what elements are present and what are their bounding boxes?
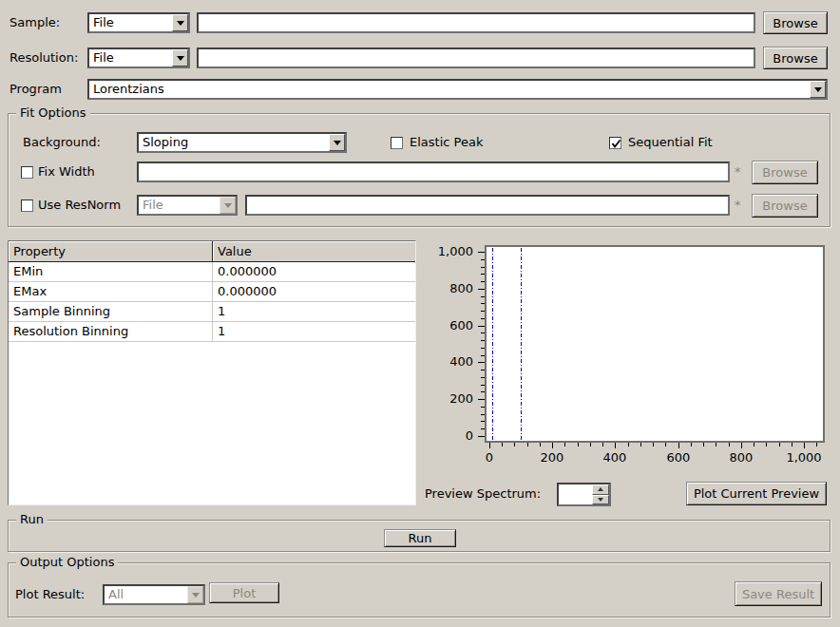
chevron-down-icon — [177, 56, 184, 61]
table-cell-value[interactable]: 1 — [213, 302, 415, 322]
x-tick-label: 600 — [647, 450, 710, 466]
preview-spectrum-input[interactable] — [559, 484, 592, 504]
background-combo[interactable]: Sloping — [137, 132, 347, 153]
chevron-down-icon — [814, 87, 822, 92]
plot-result-dropdown-button — [187, 586, 203, 603]
save-result-button: Save Result — [735, 581, 822, 606]
plot-canvas — [485, 245, 825, 443]
resnorm-source-dropdown-button — [220, 197, 236, 214]
chevron-down-icon — [224, 203, 232, 208]
y-tick-label: 0 — [420, 428, 473, 444]
plot-button: Plot — [209, 582, 279, 603]
resolution-source-value: File — [93, 51, 114, 65]
elastic-peak-label: Elastic Peak — [410, 135, 483, 150]
sequential-fit-checkbox[interactable] — [609, 137, 621, 149]
resnorm-file-input[interactable] — [245, 195, 730, 216]
y-tick-label: 400 — [420, 354, 473, 370]
sample-label: Sample: — [10, 15, 60, 30]
fix-width-browse-button: Browse — [752, 161, 818, 184]
preview-spectrum-label: Preview Spectrum: — [425, 486, 541, 502]
sequential-fit-label: Sequential Fit — [628, 135, 713, 150]
chevron-down-icon — [177, 21, 184, 26]
properties-table[interactable]: Property Value EMin 0.000000 EMax 0.0000… — [8, 240, 416, 505]
run-group-title: Run — [16, 512, 48, 527]
chevron-down-icon — [192, 593, 200, 598]
table-cell-value[interactable]: 0.000000 — [213, 262, 415, 282]
plot-current-preview-button[interactable]: Plot Current Preview — [686, 482, 827, 505]
table-header-value: Value — [213, 241, 415, 262]
fix-width-checkbox[interactable] — [21, 166, 33, 179]
sample-source-value: File — [93, 16, 114, 29]
resolution-source-combo[interactable]: File — [87, 48, 190, 68]
fix-width-file-input[interactable] — [137, 162, 730, 182]
table-cell-property[interactable]: EMax — [9, 282, 213, 302]
plot-result-label: Plot Result: — [15, 587, 85, 602]
preview-spectrum-spinner[interactable] — [557, 483, 611, 506]
resolution-file-input[interactable] — [197, 48, 755, 68]
spin-up-button[interactable] — [592, 484, 609, 495]
resnorm-source-combo: File — [137, 195, 238, 216]
background-value: Sloping — [143, 136, 188, 149]
table-header-property: Property — [9, 241, 213, 262]
table-cell-value[interactable]: 0.000000 — [213, 282, 415, 302]
fit-options-title: Fit Options — [16, 105, 90, 121]
x-tick-label: 400 — [583, 450, 646, 466]
plot-result-combo: All — [103, 584, 205, 605]
y-tick-label: 200 — [420, 391, 473, 407]
resnorm-source-value: File — [143, 199, 163, 212]
x-tick-label: 200 — [521, 450, 583, 466]
y-tick-label: 600 — [420, 318, 473, 333]
sample-browse-button[interactable]: Browse — [763, 11, 828, 34]
use-resnorm-label: Use ResNorm — [38, 198, 121, 213]
program-label: Program — [10, 82, 62, 97]
run-button[interactable]: Run — [384, 529, 456, 547]
resolution-label: Resolution: — [10, 50, 78, 66]
x-tick-label: 0 — [458, 450, 521, 466]
preview-plot: 1,000 800 600 400 200 0 0 200 400 600 80… — [420, 239, 840, 508]
fix-width-label: Fix Width — [38, 164, 95, 180]
spin-down-button[interactable] — [592, 495, 609, 505]
sample-source-dropdown-button[interactable] — [172, 14, 188, 31]
resolution-browse-button[interactable]: Browse — [763, 47, 828, 69]
y-tick-label: 800 — [420, 281, 473, 296]
chevron-down-icon — [334, 141, 341, 145]
table-cell-property[interactable]: Sample Binning — [9, 302, 213, 322]
spin-down-icon — [598, 498, 603, 502]
program-value: Lorentzians — [93, 83, 164, 96]
y-tick-label: 1,000 — [420, 244, 473, 259]
elastic-peak-checkbox[interactable] — [391, 137, 403, 149]
program-dropdown-button[interactable] — [810, 81, 826, 98]
sample-source-combo[interactable]: File — [87, 12, 190, 33]
quasi-fit-window: Sample: File Browse Resolution: File Bro… — [0, 0, 840, 627]
check-icon — [609, 137, 623, 151]
output-options-title: Output Options — [16, 555, 118, 570]
sample-file-input[interactable] — [197, 12, 755, 33]
background-label: Background: — [23, 135, 101, 150]
use-resnorm-checkbox[interactable] — [21, 200, 33, 212]
table-cell-value[interactable]: 1 — [213, 322, 415, 342]
plot-result-value: All — [108, 588, 124, 601]
table-cell-property[interactable]: Resolution Binning — [9, 322, 213, 342]
resnorm-browse-button: Browse — [752, 194, 818, 218]
resnorm-required-marker: * — [735, 198, 741, 213]
background-dropdown-button[interactable] — [329, 134, 345, 151]
program-combo[interactable]: Lorentzians — [87, 79, 828, 100]
spin-up-icon — [598, 487, 603, 491]
table-cell-property[interactable]: EMin — [9, 262, 213, 282]
fix-width-required-marker: * — [735, 164, 741, 180]
x-tick-label: 800 — [710, 450, 773, 466]
x-tick-label: 1,000 — [773, 450, 835, 466]
resolution-source-dropdown-button[interactable] — [172, 49, 188, 66]
